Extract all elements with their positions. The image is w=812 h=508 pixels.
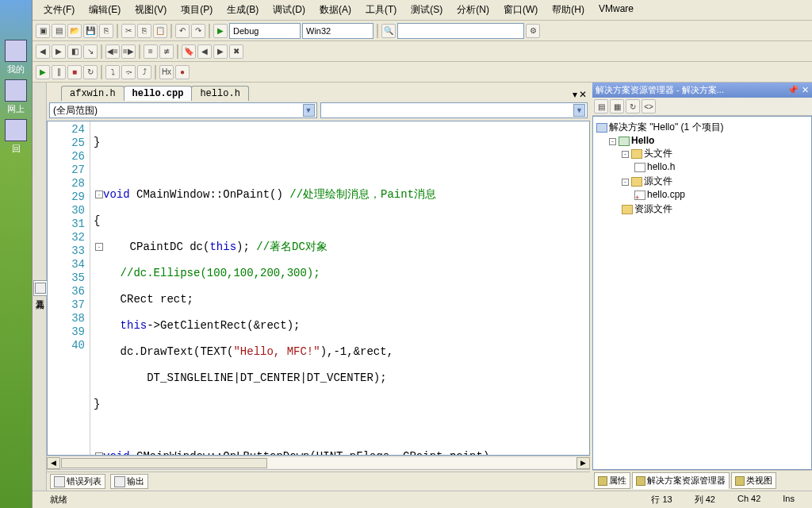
indent-inc-icon[interactable]: ≡▶ [121, 44, 136, 59]
arrow-icon[interactable]: ↘ [83, 44, 98, 59]
bottom-tab[interactable]: 输出 [110, 474, 148, 489]
scroll-left-icon[interactable]: ◀ [47, 457, 60, 469]
scroll-thumb[interactable] [61, 458, 267, 468]
fwd-icon[interactable]: ▶ [52, 44, 66, 59]
step-into-icon[interactable]: ⤵ [105, 65, 120, 79]
bookmark-icon[interactable]: 🔖 [182, 44, 196, 59]
menu-item[interactable]: 数据(A) [316, 2, 354, 18]
member-icon[interactable]: ◧ [67, 44, 82, 59]
show-all-icon[interactable]: ▦ [610, 99, 624, 114]
right-tab[interactable]: 解决方案资源管理器 [632, 472, 730, 489]
view-code-icon[interactable]: <> [642, 99, 656, 114]
desktop-icon-1[interactable]: 我的 [4, 40, 28, 64]
member-combo[interactable]: ▼ [320, 102, 588, 118]
menu-item[interactable]: 分析(N) [454, 2, 492, 18]
toolbox-sidebar-tab[interactable]: 工具箱 [33, 83, 47, 491]
collapse-icon[interactable]: - [622, 179, 629, 186]
back-icon[interactable]: ◀ [36, 44, 50, 59]
step-over-icon[interactable]: ⤼ [121, 65, 136, 79]
sources-folder[interactable]: -源文件 hello.cpp [622, 174, 808, 202]
add-item-icon[interactable]: ▤ [52, 24, 66, 38]
desktop-icon-3[interactable]: 回 [4, 119, 28, 143]
cut-icon[interactable]: ✂ [121, 24, 136, 38]
bottom-tab[interactable]: 错误列表 [50, 474, 105, 489]
new-project-icon[interactable]: ▣ [36, 24, 50, 38]
fold-icon[interactable]: - [95, 452, 103, 455]
platform-combo[interactable]: Win32 [302, 23, 373, 39]
fold-icon[interactable]: - [95, 190, 103, 198]
comment-icon[interactable]: ≡ [144, 44, 158, 59]
folder-icon [631, 149, 642, 159]
menu-item[interactable]: 生成(B) [224, 2, 262, 18]
tab-close-icon[interactable]: ✕ [579, 89, 587, 100]
close-panel-icon[interactable]: ✕ [802, 85, 809, 95]
open-icon[interactable]: 📂 [67, 24, 82, 38]
dbg-restart-icon[interactable]: ↻ [83, 65, 98, 79]
bookmark-next-icon[interactable]: ▶ [213, 44, 228, 59]
solution-explorer-panel: 解决方案资源管理器 - 解决方案... 📌 ✕ ▤ ▦ ↻ <> 解决方案 "H… [590, 83, 812, 491]
find-combo[interactable] [397, 23, 524, 39]
redo-icon[interactable]: ↷ [191, 24, 205, 38]
paste-icon[interactable]: 📋 [153, 24, 167, 38]
refresh-icon[interactable]: ↻ [626, 99, 640, 114]
menu-item[interactable]: 窗口(W) [500, 2, 541, 18]
menu-item[interactable]: 帮助(H) [549, 2, 588, 18]
menu-item[interactable]: 调试(D) [270, 2, 308, 18]
properties-icon[interactable]: ▤ [594, 99, 608, 114]
step-out-icon[interactable]: ⤴ [137, 65, 151, 79]
sol-explorer-icon [636, 476, 645, 486]
line-numbers: 2425262728293031323334353637383940 [48, 121, 90, 455]
dbg-start-icon[interactable]: ▶ [36, 65, 50, 79]
dbg-stop-icon[interactable]: ■ [67, 65, 82, 79]
save-icon[interactable]: 💾 [83, 24, 98, 38]
solution-node[interactable]: 解决方案 "Hello" (1 个项目) -Hello -头文件 hello.h… [596, 120, 808, 218]
editor-tab[interactable]: hello.cpp [124, 86, 193, 101]
menu-item[interactable]: 工具(T) [362, 2, 400, 18]
indent-dec-icon[interactable]: ◀≡ [105, 44, 120, 59]
tool-icon[interactable]: ⚙ [526, 24, 540, 38]
tab-dropdown-icon[interactable]: ▾ [573, 89, 577, 100]
pin-icon[interactable]: 📌 [787, 85, 799, 95]
file-hello-cpp[interactable]: hello.cpp [634, 188, 808, 201]
config-combo[interactable]: Debug [229, 23, 301, 39]
code-area[interactable]: } -void CMainWindow::OnPaint() //处理绘制消息，… [90, 121, 589, 455]
h-scrollbar[interactable]: ◀ ▶ [47, 456, 590, 469]
scope-combo[interactable]: (全局范围)▼ [49, 102, 317, 118]
menu-item[interactable]: 文件(F) [40, 2, 78, 18]
desktop-icon-2[interactable]: 网上 [4, 79, 28, 103]
solution-toolbar: ▤ ▦ ↻ <> [592, 98, 812, 116]
output-icon [114, 476, 125, 487]
headers-folder[interactable]: -头文件 hello.h [622, 146, 808, 174]
uncomment-icon[interactable]: ≢ [159, 44, 174, 59]
undo-icon[interactable]: ↶ [175, 24, 190, 38]
solution-tree[interactable]: 解决方案 "Hello" (1 个项目) -Hello -头文件 hello.h… [592, 116, 812, 470]
hex-icon[interactable]: Hx [159, 65, 174, 79]
menu-item[interactable]: 项目(P) [178, 2, 216, 18]
right-tab[interactable]: 类视图 [731, 472, 776, 489]
menu-item[interactable]: 编辑(E) [86, 2, 124, 18]
scroll-right-icon[interactable]: ▶ [576, 457, 590, 469]
find-icon[interactable]: 🔍 [381, 24, 396, 38]
start-debug-icon[interactable]: ▶ [213, 24, 228, 38]
collapse-icon[interactable]: - [622, 151, 629, 158]
toolbox-icon [35, 283, 46, 294]
project-node[interactable]: -Hello -头文件 hello.h -源文件 hello.cpp 资源文件 [609, 134, 808, 217]
bookmark-prev-icon[interactable]: ◀ [197, 44, 212, 59]
menu-item[interactable]: 测试(S) [408, 2, 446, 18]
menu-item[interactable]: 视图(V) [132, 2, 170, 18]
code-editor[interactable]: 2425262728293031323334353637383940 } -vo… [47, 121, 590, 456]
breakpoint-icon[interactable]: ● [175, 65, 190, 79]
editor-tab[interactable]: afxwin.h [61, 86, 124, 101]
right-tab[interactable]: 属性 [594, 472, 630, 489]
error-list-icon [54, 476, 65, 487]
fold-icon[interactable]: - [95, 243, 103, 251]
collapse-icon[interactable]: - [609, 138, 616, 145]
bookmark-clear-icon[interactable]: ✖ [229, 44, 243, 59]
file-hello-h[interactable]: hello.h [634, 160, 808, 173]
resources-folder[interactable]: 资源文件 [622, 202, 808, 217]
save-all-icon[interactable]: ⎘ [99, 24, 113, 38]
editor-tab[interactable]: hello.h [191, 86, 248, 101]
dbg-break-icon[interactable]: ‖ [52, 65, 66, 79]
menu-item[interactable]: VMware [596, 2, 637, 18]
copy-icon[interactable]: ⎘ [137, 24, 151, 38]
